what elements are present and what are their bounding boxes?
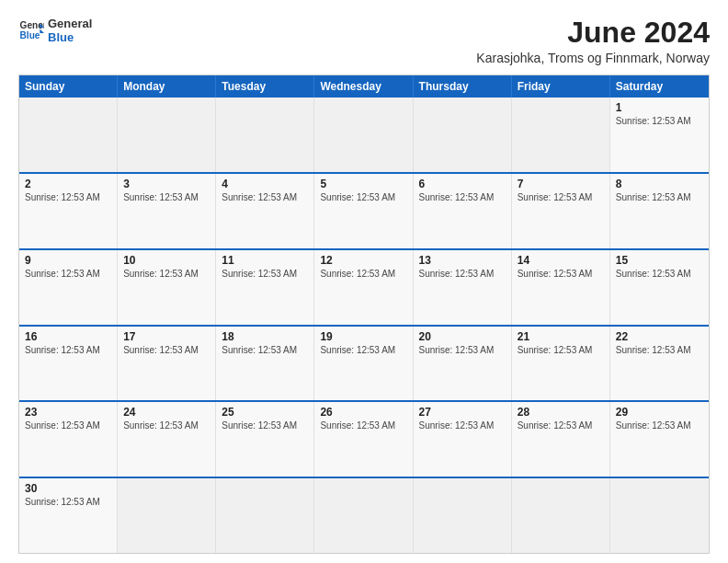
sunrise-text: Sunrise: 12:53 AM [320,192,406,202]
calendar-cell: 27Sunrise: 12:53 AM [414,402,512,477]
sunrise-text: Sunrise: 12:53 AM [616,192,703,202]
day-number: 4 [222,178,308,190]
calendar-cell: 29Sunrise: 12:53 AM [610,402,709,477]
day-number: 22 [616,330,703,343]
day-number: 2 [25,178,111,190]
day-number: 6 [419,178,506,190]
calendar-body: 1Sunrise: 12:53 AM2Sunrise: 12:53 AM3Sun… [19,98,709,553]
page: General Blue General Blue June 2024 Kara… [0,0,728,563]
calendar-cell: 28Sunrise: 12:53 AM [512,402,610,477]
calendar-cell [610,478,709,553]
calendar: SundayMondayTuesdayWednesdayThursdayFrid… [18,75,710,554]
calendar-cell [414,478,512,553]
sunrise-text: Sunrise: 12:53 AM [419,345,506,355]
sunrise-text: Sunrise: 12:53 AM [320,345,406,355]
svg-text:Blue: Blue [20,30,40,40]
calendar-row-4: 16Sunrise: 12:53 AM17Sunrise: 12:53 AM18… [19,325,709,401]
day-number: 18 [222,330,308,343]
sunrise-text: Sunrise: 12:53 AM [25,192,111,202]
sunrise-text: Sunrise: 12:53 AM [419,420,506,431]
sunrise-text: Sunrise: 12:53 AM [616,420,703,431]
calendar-row-5: 23Sunrise: 12:53 AM24Sunrise: 12:53 AM25… [19,400,709,477]
calendar-title: June 2024 [476,17,710,49]
calendar-cell [512,478,610,553]
day-number: 9 [25,254,111,267]
day-number: 7 [518,178,604,190]
calendar-cell: 24Sunrise: 12:53 AM [118,402,216,477]
day-number: 17 [123,330,210,343]
calendar-cell: 15Sunrise: 12:53 AM [610,250,709,325]
day-number: 20 [419,330,506,343]
sunrise-text: Sunrise: 12:53 AM [222,192,308,202]
logo-icon: General Blue [18,17,44,43]
calendar-cell: 10Sunrise: 12:53 AM [118,250,216,325]
calendar-cell: 6Sunrise: 12:53 AM [414,174,512,248]
calendar-cell [314,98,413,172]
header-cell-thursday: Thursday [414,75,512,98]
day-number: 30 [25,482,111,495]
calendar-cell: 1Sunrise: 12:53 AM [610,98,709,172]
calendar-cell: 19Sunrise: 12:53 AM [314,327,413,401]
header-cell-saturday: Saturday [610,75,709,98]
header-cell-tuesday: Tuesday [216,75,314,98]
calendar-cell: 3Sunrise: 12:53 AM [118,174,216,248]
day-number: 24 [123,406,210,419]
day-number: 15 [616,254,703,267]
calendar-cell: 22Sunrise: 12:53 AM [610,327,709,401]
sunrise-text: Sunrise: 12:53 AM [222,269,308,279]
day-number: 27 [419,406,506,419]
sunrise-text: Sunrise: 12:53 AM [25,345,111,355]
sunrise-text: Sunrise: 12:53 AM [123,345,210,355]
sunrise-text: Sunrise: 12:53 AM [419,192,506,202]
logo-line1: General [48,17,92,30]
calendar-cell: 5Sunrise: 12:53 AM [314,174,413,248]
calendar-row-2: 2Sunrise: 12:53 AM3Sunrise: 12:53 AM4Sun… [19,172,709,248]
calendar-cell: 7Sunrise: 12:53 AM [512,174,610,248]
calendar-cell [314,478,413,553]
day-number: 3 [123,178,210,190]
header-cell-monday: Monday [118,75,216,98]
header-area: General Blue General Blue June 2024 Kara… [18,17,710,65]
calendar-cell: 17Sunrise: 12:53 AM [118,327,216,401]
sunrise-text: Sunrise: 12:53 AM [25,420,111,431]
calendar-cell [216,98,314,172]
calendar-cell [216,478,314,553]
calendar-cell: 23Sunrise: 12:53 AM [19,402,118,477]
calendar-row-3: 9Sunrise: 12:53 AM10Sunrise: 12:53 AM11S… [19,248,709,325]
sunrise-text: Sunrise: 12:53 AM [419,269,506,279]
day-number: 19 [320,330,406,343]
sunrise-text: Sunrise: 12:53 AM [616,269,703,279]
day-number: 12 [320,254,406,267]
calendar-cell: 25Sunrise: 12:53 AM [216,402,314,477]
header-cell-wednesday: Wednesday [314,75,413,98]
sunrise-text: Sunrise: 12:53 AM [616,116,703,126]
calendar-cell [512,98,610,172]
calendar-row-6: 30Sunrise: 12:53 AM [19,477,709,553]
calendar-cell: 9Sunrise: 12:53 AM [19,250,118,325]
sunrise-text: Sunrise: 12:53 AM [616,345,703,355]
day-number: 28 [518,406,604,419]
calendar-cell: 26Sunrise: 12:53 AM [314,402,413,477]
calendar-cell: 4Sunrise: 12:53 AM [216,174,314,248]
day-number: 29 [616,406,703,419]
calendar-cell: 2Sunrise: 12:53 AM [19,174,118,248]
calendar-cell: 21Sunrise: 12:53 AM [512,327,610,401]
calendar-cell [414,98,512,172]
logo: General Blue General Blue [18,17,92,44]
sunrise-text: Sunrise: 12:53 AM [518,345,604,355]
calendar-cell: 12Sunrise: 12:53 AM [314,250,413,325]
sunrise-text: Sunrise: 12:53 AM [518,269,604,279]
calendar-cell: 14Sunrise: 12:53 AM [512,250,610,325]
day-number: 23 [25,406,111,419]
header-cell-sunday: Sunday [19,75,118,98]
day-number: 1 [616,101,703,114]
day-number: 16 [25,330,111,343]
sunrise-text: Sunrise: 12:53 AM [518,420,604,431]
calendar-cell [19,98,118,172]
day-number: 5 [320,178,406,190]
calendar-cell [118,478,216,553]
calendar-cell: 8Sunrise: 12:53 AM [610,174,709,248]
sunrise-text: Sunrise: 12:53 AM [222,345,308,355]
calendar-header: SundayMondayTuesdayWednesdayThursdayFrid… [19,75,709,98]
day-number: 14 [518,254,604,267]
